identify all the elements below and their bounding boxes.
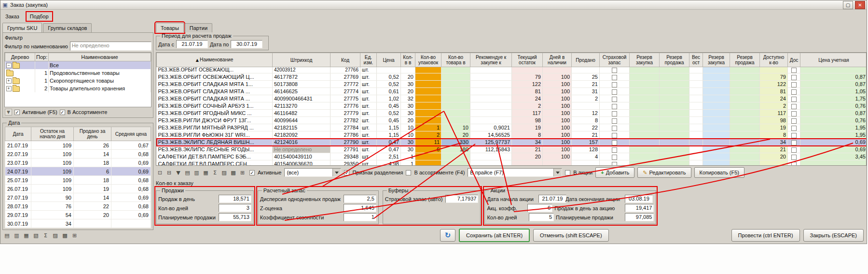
date-col-header[interactable]: Продано за день xyxy=(74,127,111,141)
close-button[interactable]: ✕ xyxy=(855,1,865,9)
goods-row[interactable]: САЛФЕТКИ ДЕТ.ВЛ.ПАМПЕРС БЭБ... 401540043… xyxy=(157,153,867,160)
col-header-packs[interactable]: Кол-во упаковок xyxy=(415,53,441,67)
sales-per-day-input[interactable]: 18,571 xyxy=(219,195,251,203)
col-header-reserve-sale[interactable]: Резерв продажа xyxy=(660,53,689,67)
dos-checkbox[interactable] xyxy=(791,162,797,166)
date-col-header[interactable]: Остаток на начало дня xyxy=(31,127,74,141)
col-header-reserve-purchase[interactable]: Резерв закупка xyxy=(630,53,660,67)
date-row[interactable]: 28.07.19 76 22 0,68 xyxy=(5,202,151,211)
goods-row[interactable]: РЕЗ.ЖЕВ.ОРБИТ ОСВЕЖАЮЩ... 42003912 27766… xyxy=(157,67,867,73)
filter-name-input[interactable]: Не определено xyxy=(70,42,152,51)
post-button[interactable]: Провести (ctrl ENTER) xyxy=(731,229,800,242)
col-header-barcode[interactable]: Штрихкод xyxy=(273,53,331,67)
copy-button[interactable]: Копировать (F5) xyxy=(694,167,744,178)
view-grid-icon[interactable]: ▦ xyxy=(202,169,210,176)
date-row[interactable]: 29.07.19 54 20 0,69 xyxy=(5,211,151,219)
col-header-recommended[interactable]: Рекомендуе к закупке к xyxy=(470,53,512,67)
promo-start-input[interactable]: 21.07.19 xyxy=(538,195,566,203)
goods-row[interactable]: РЕЗ.ЖЕВ.РИГЛИ ФЬЮЖН 31Г WRI... 42182092 … xyxy=(157,131,867,139)
tab-sku-groups[interactable]: Группы SKU xyxy=(2,23,42,32)
dispersion-input[interactable]: 2,5 xyxy=(344,195,376,203)
close-window-button[interactable]: Закрыть (ESCAPE) xyxy=(803,229,864,242)
dos-checkbox[interactable] xyxy=(791,133,797,138)
goods-row[interactable]: РЕЗ.ЖЕВ.ОРБИТ СЛАДКАЯ МЯТА ... 400990046… xyxy=(157,95,867,102)
insert-icon[interactable]: ⊡ xyxy=(156,169,164,176)
expand-icon[interactable]: + xyxy=(6,78,12,84)
goods-row[interactable]: РЕЗ.ЖЕВ.ОРБИТ СЛАДКАЯ МЯТА ... 46146625 … xyxy=(157,88,867,95)
date-col-header[interactable]: Средняя цена xyxy=(111,127,151,141)
safety-stock-checkbox[interactable] xyxy=(612,111,617,116)
date-row[interactable]: 26.07.19 109 19 0,68 xyxy=(5,185,151,193)
tab-goods[interactable]: Товары xyxy=(156,23,184,32)
safety-stock-checkbox[interactable] xyxy=(612,162,617,166)
safety-stock-checkbox[interactable] xyxy=(612,75,617,80)
col-header-current-stock[interactable]: Текущий остаток xyxy=(512,53,543,67)
tree-header-order[interactable]: Пор: xyxy=(35,53,49,61)
tab-batches[interactable]: Партии xyxy=(185,23,212,32)
dos-checkbox[interactable] xyxy=(791,75,797,80)
print-icon[interactable]: ▨ xyxy=(220,169,228,176)
seasonality-input[interactable]: 1 xyxy=(344,213,376,221)
active-checkbox[interactable] xyxy=(14,110,20,115)
date-row[interactable]: 25.07.19 109 18 0,68 xyxy=(5,176,151,185)
tab-order[interactable]: Заказ xyxy=(2,13,22,20)
excel-icon[interactable]: ▩ xyxy=(229,169,237,176)
toolbar-active-checkbox[interactable] xyxy=(249,170,255,175)
date-row[interactable]: 22.07.19 109 14 0,68 xyxy=(5,150,151,159)
z-score-input[interactable]: 1,645 xyxy=(344,204,376,212)
safety-stock-checkbox[interactable] xyxy=(612,118,617,124)
cancel-button[interactable]: Отменить (shift ESCAPE) xyxy=(533,229,609,242)
date-row[interactable]: 23.07.19 109 18 0,69 xyxy=(5,159,151,167)
hierarchy-icon[interactable]: ⊟ xyxy=(165,169,173,176)
filter-icon[interactable]: ▼ xyxy=(174,169,182,176)
col-header-safety-stock[interactable]: Страховой запас xyxy=(600,53,630,67)
dos-checkbox[interactable] xyxy=(791,155,797,160)
collapse-icon[interactable]: − xyxy=(6,63,12,68)
dos-checkbox[interactable] xyxy=(791,82,797,87)
dos-checkbox[interactable] xyxy=(791,89,797,95)
col-header-qty-in[interactable]: Кол-в в xyxy=(401,53,415,67)
dos-checkbox[interactable] xyxy=(791,126,797,131)
all-filter-dropdown[interactable]: (все) xyxy=(284,168,341,177)
col-header-weight[interactable]: Вес ост xyxy=(689,53,703,67)
col-header-price[interactable]: Цена xyxy=(377,53,401,67)
safety-stock-checkbox[interactable] xyxy=(612,155,617,160)
date-row[interactable]: 24.07.19 109 6 0,69 xyxy=(5,167,151,176)
date-to-input[interactable]: 30.07.19 xyxy=(231,40,262,48)
filter-funnel-icon[interactable]: ▼ xyxy=(5,109,12,115)
col-header-sold[interactable]: Продано xyxy=(572,53,600,67)
goods-row[interactable]: РЕЗ.ЖЕВ.РИГЛИ МЯТНЫЙ РАЗРЯД ... 42182115… xyxy=(157,124,867,131)
tree-header-tree[interactable]: Дерево xyxy=(5,53,35,61)
tree-header-name[interactable]: Наименование xyxy=(49,53,151,61)
date-col-header[interactable]: Дата xyxy=(5,127,31,141)
sales-planned-input[interactable]: 55,713 xyxy=(219,213,251,221)
dos-checkbox[interactable] xyxy=(791,68,797,73)
promo-planned-input[interactable]: 97,085 xyxy=(625,213,654,221)
save-button[interactable]: Сохранить (alt ENTER) xyxy=(459,229,530,242)
col-header-available[interactable]: Доступно к-во xyxy=(760,53,788,67)
safety-stock-checkbox[interactable] xyxy=(612,147,617,153)
col-header-code[interactable]: Код xyxy=(331,53,360,67)
col-header-reserve-purchase-2[interactable]: Резерв закупка xyxy=(703,53,730,67)
sales-days-input[interactable]: 3 xyxy=(219,204,251,212)
layout-icon[interactable]: ⊞ xyxy=(238,169,247,176)
safety-stock-checkbox[interactable] xyxy=(612,104,617,109)
col-header-reserve-sale-2[interactable]: Резерв продажа xyxy=(730,53,760,67)
goods-row[interactable]: РЕЗ.ЖЕВ.ОРБИТ СЛАДКАЯ МЯТА 1... 50173808… xyxy=(157,81,867,88)
goods-row[interactable]: РЕЗ.ЖЕВ.РИГЛИ ДЖУСИ ФРУТ 13Г... 40099644… xyxy=(157,117,867,124)
date-row[interactable]: 30.07.19 34 xyxy=(5,219,151,228)
dos-checkbox[interactable] xyxy=(791,111,797,116)
safety-stock-checkbox[interactable] xyxy=(612,82,617,87)
view-columns-icon[interactable]: ▥ xyxy=(193,169,201,176)
safety-auto-input[interactable]: 7,17937 xyxy=(445,195,478,203)
dos-checkbox[interactable] xyxy=(791,147,797,153)
add-button[interactable]: +Добавить xyxy=(595,167,634,178)
refresh-button[interactable]: ↻ xyxy=(440,229,455,242)
edit-button[interactable]: ✎Редактировать xyxy=(637,167,691,178)
col-header-dos[interactable]: Дос xyxy=(788,53,800,67)
split-flag-checkbox[interactable] xyxy=(344,170,349,175)
safety-stock-checkbox[interactable] xyxy=(612,97,617,102)
date-from-input[interactable]: 21.07.19 xyxy=(176,40,208,48)
tree-row[interactable]: + 2 Товары длительного хранения xyxy=(5,85,151,92)
in-promo-checkbox[interactable] xyxy=(565,170,570,175)
